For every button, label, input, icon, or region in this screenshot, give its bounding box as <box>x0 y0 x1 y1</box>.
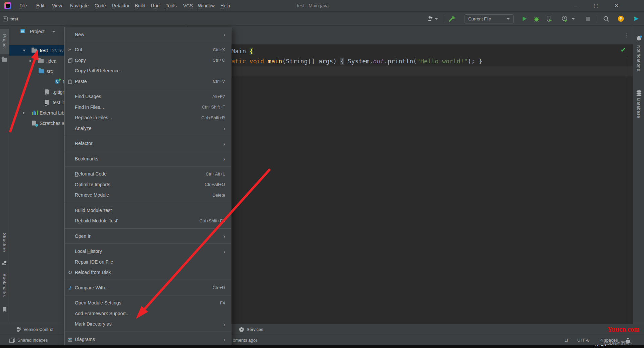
gradient-logo-icon[interactable] <box>633 15 640 22</box>
menu-item-refactor[interactable]: Refactor› <box>65 138 231 149</box>
clipped-clock-text: 10:49 <box>594 345 606 347</box>
menu-item-open-in[interactable]: Open In› <box>65 231 231 241</box>
menu-vcs[interactable]: VCS <box>180 0 196 12</box>
menu-item-remove-module[interactable]: Remove ModuleDelete <box>65 190 231 201</box>
folder-icon[interactable] <box>2 57 4 63</box>
menu-item-repair-ide[interactable]: Repair IDE on File <box>65 257 231 267</box>
menu-item-diagrams[interactable]: Diagrams› <box>65 334 231 345</box>
version-control-button[interactable]: Version Control <box>17 324 53 335</box>
menu-item-copy[interactable]: CopyCtrl+C <box>65 55 231 66</box>
maximize-button[interactable]: ▢ <box>588 0 604 12</box>
menu-view[interactable]: View <box>49 0 65 12</box>
module-folder-icon <box>32 48 37 53</box>
stripe-tab-structure[interactable]: Structure <box>0 233 9 253</box>
menu-separator <box>65 332 231 332</box>
encoding-widget[interactable]: UTF-8 <box>577 335 590 345</box>
stripe-tab-notifications[interactable]: Notifications <box>633 45 644 72</box>
database-icon[interactable] <box>636 90 642 98</box>
build-hammer-icon[interactable] <box>448 15 455 22</box>
inspections-ok-checkmark-icon[interactable]: ✔ <box>621 47 626 54</box>
submenu-arrow-icon: › <box>223 139 225 147</box>
menu-item-rebuild-module[interactable]: Rebuild Module 'test'Ctrl+Shift+F9 <box>65 216 231 226</box>
menu-item-mark-directory-as[interactable]: Mark Directory as› <box>65 319 231 330</box>
editor-scrollbar[interactable] <box>627 57 627 323</box>
layers-icon <box>9 338 15 343</box>
copy-icon <box>67 58 73 63</box>
toolbar-separator <box>597 15 597 23</box>
close-button[interactable]: ✕ <box>609 0 624 12</box>
menu-item-bookmarks[interactable]: Bookmarks› <box>65 153 231 164</box>
code-line-2: static void main(String[] args) { System… <box>224 56 482 66</box>
menu-item-cut[interactable]: ✂CutCtrl+X <box>65 45 231 55</box>
menu-tools[interactable]: Tools <box>163 0 180 12</box>
menu-help[interactable]: Help <box>217 0 233 12</box>
menu-navigate[interactable]: Navigate <box>67 0 92 12</box>
chevron-down-icon[interactable] <box>30 70 32 72</box>
menu-refactor[interactable]: Refactor <box>109 0 132 12</box>
bookmark-icon[interactable] <box>2 307 7 314</box>
menu-item-analyze[interactable]: Analyze› <box>65 123 231 134</box>
project-widget[interactable]: test <box>3 15 18 23</box>
clipboard-icon <box>67 79 73 84</box>
menu-edit[interactable]: Edit <box>33 0 47 12</box>
stripe-tab-project[interactable]: Project <box>0 29 9 54</box>
line-ending-widget[interactable]: LF <box>565 335 570 345</box>
run-configuration-select[interactable]: Current File <box>465 14 514 23</box>
run-with-coverage-button[interactable] <box>545 15 553 22</box>
menu-item-copy-path[interactable]: Copy Path/Reference... <box>65 66 231 76</box>
services-label: Services <box>247 327 263 332</box>
menu-item-find-usages[interactable]: Find UsagesAlt+F7 <box>65 91 231 102</box>
user-dropdown-caret[interactable] <box>434 15 439 22</box>
menu-item-optimize-imports[interactable]: Optimize ImportsCtrl+Alt+O <box>65 179 231 190</box>
menu-build[interactable]: Build <box>132 0 148 12</box>
menu-item-replace-in-files[interactable]: Replace in Files...Ctrl+Shift+R <box>65 113 231 123</box>
profiler-button[interactable] <box>561 15 569 22</box>
submenu-arrow-icon: › <box>223 247 225 255</box>
project-icon <box>3 16 8 21</box>
stripe-tab-database[interactable]: Database <box>633 98 644 120</box>
run-button[interactable] <box>521 15 528 22</box>
editor-header-bar: ⋮ <box>188 26 633 45</box>
shared-indexes-label: Shared indexes <box>17 338 48 343</box>
menu-code[interactable]: Code <box>92 0 109 12</box>
structure-icon[interactable] <box>2 261 7 267</box>
menu-item-find-in-files[interactable]: Find in Files...Ctrl+Shift+F <box>65 102 231 113</box>
menu-run[interactable]: Run <box>148 0 163 12</box>
user-avatar-icon[interactable] <box>427 15 434 22</box>
menu-item-reload-from-disk[interactable]: ↻Reload from Disk <box>65 267 231 278</box>
submenu-arrow-icon: › <box>223 30 225 39</box>
stripe-project-label: Project <box>2 34 7 49</box>
stripe-database-label: Database <box>636 98 641 118</box>
update-available-icon[interactable] <box>617 15 625 22</box>
minimize-button[interactable]: – <box>568 0 583 12</box>
stripe-tab-bookmarks[interactable]: Bookmarks <box>0 274 9 298</box>
menu-item-build-module[interactable]: Build Module 'test' <box>65 205 231 216</box>
services-button[interactable]: Services <box>239 324 263 335</box>
menu-file[interactable]: File <box>16 0 30 12</box>
run-configuration-value: Current File <box>468 16 491 21</box>
chevron-right-icon[interactable] <box>23 112 25 114</box>
menu-item-add-framework-support[interactable]: Add Framework Support... <box>65 308 231 319</box>
chevron-down-icon[interactable] <box>23 50 25 52</box>
notifications-bell-icon[interactable] <box>636 35 642 43</box>
editor-area[interactable]: ⋮ public class Main { static void main(S… <box>188 26 633 324</box>
diagrams-icon <box>67 337 73 342</box>
chevron-right-icon[interactable] <box>30 60 32 62</box>
submenu-arrow-icon: › <box>223 335 225 343</box>
shared-indexes-widget[interactable]: Shared indexes <box>9 335 48 345</box>
profiler-dropdown-caret[interactable] <box>571 15 576 22</box>
menu-item-paste[interactable]: PasteCtrl+V <box>65 76 231 87</box>
class-icon: C <box>55 79 60 84</box>
menu-item-new[interactable]: New› <box>65 29 231 40</box>
menu-item-compare-with[interactable]: Compare With...Ctrl+D <box>65 282 231 293</box>
menu-item-reformat-code[interactable]: Reformat CodeCtrl+Alt+L <box>65 169 231 180</box>
reload-icon: ↻ <box>67 269 73 276</box>
search-everywhere-icon[interactable] <box>602 15 610 22</box>
menu-item-open-module-settings[interactable]: Open Module SettingsF4 <box>65 298 231 308</box>
compare-icon <box>67 285 73 290</box>
services-icon <box>239 327 244 332</box>
kebab-menu-icon[interactable]: ⋮ <box>623 31 629 39</box>
menu-item-local-history[interactable]: Local History› <box>65 246 231 257</box>
debug-button[interactable] <box>533 15 540 22</box>
menu-window[interactable]: Window <box>195 0 218 12</box>
